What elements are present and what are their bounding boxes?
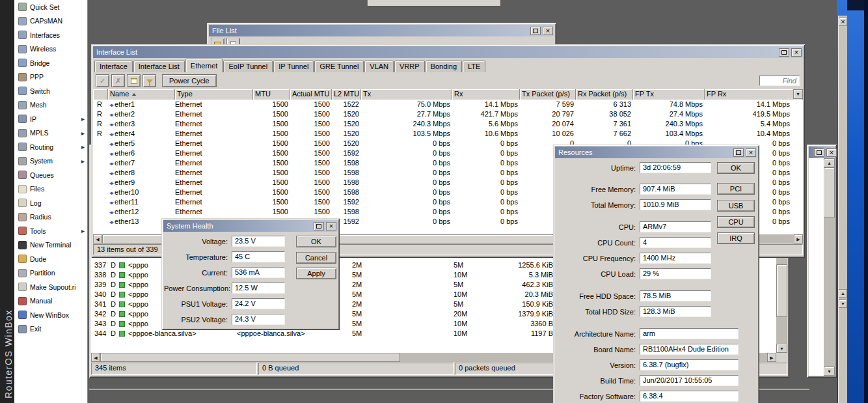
- close-button[interactable]: [326, 222, 336, 230]
- resources-field-value[interactable]: 907.4 MiB: [640, 184, 711, 195]
- tab[interactable]: VLAN: [364, 61, 394, 72]
- tab[interactable]: Interface: [94, 61, 133, 72]
- sidebar-item[interactable]: New WinBox: [14, 308, 87, 322]
- dialog-button[interactable]: OK: [296, 236, 336, 247]
- resources-titlebar[interactable]: Resources: [555, 146, 757, 158]
- column-selector-button[interactable]: [793, 89, 803, 99]
- scroll-left-button[interactable]: [93, 234, 102, 243]
- enable-button[interactable]: [96, 74, 109, 87]
- comment-button[interactable]: [127, 74, 141, 87]
- rollup-button[interactable]: [779, 48, 789, 57]
- sidebar-item[interactable]: Mesh: [14, 98, 87, 113]
- filter-button[interactable]: [142, 74, 156, 87]
- interface-row[interactable]: R ether1 Ethernet 1500 1500 1522 75.0 Mb…: [93, 100, 803, 109]
- resources-button[interactable]: IRQ: [717, 232, 755, 244]
- resources-field-value[interactable]: 6.38.7 (bugfix): [640, 359, 739, 370]
- sidebar-item[interactable]: CAPsMAN: [14, 14, 87, 29]
- sidebar-item[interactable]: Routing ▸: [14, 140, 87, 154]
- scroll-right-button[interactable]: [767, 353, 776, 362]
- scroll-thumb[interactable]: [776, 264, 787, 317]
- resources-field-value[interactable]: 128.3 MiB: [640, 306, 711, 317]
- sidebar-item[interactable]: Bridge: [14, 56, 87, 70]
- resources-field-value[interactable]: 3d 20:06:59: [640, 162, 711, 173]
- dialog-button[interactable]: Apply: [296, 268, 336, 279]
- tab[interactable]: Ethernet: [185, 59, 223, 72]
- sidebar-item[interactable]: Partition: [14, 266, 87, 281]
- resources-button[interactable]: OK: [717, 162, 755, 174]
- system-health-titlebar[interactable]: System Health: [163, 220, 338, 232]
- sidebar-item[interactable]: Radius: [14, 210, 87, 225]
- close-button[interactable]: [543, 27, 553, 35]
- file-list-titlebar[interactable]: File List: [209, 25, 554, 36]
- column-header[interactable]: L2 MTU: [332, 89, 361, 100]
- tab[interactable]: GRE Tunnel: [314, 61, 364, 72]
- dialog-button[interactable]: Cancel: [296, 252, 336, 264]
- tab[interactable]: Bonding: [426, 61, 462, 72]
- sidebar-item[interactable]: Dude: [14, 252, 87, 266]
- sidebar-item[interactable]: Quick Set: [14, 0, 87, 14]
- sidebar-item[interactable]: PPP: [14, 70, 87, 85]
- close-button[interactable]: [791, 48, 802, 57]
- rollup-button[interactable]: [530, 27, 541, 35]
- desktop-scroll-button-down[interactable]: [839, 299, 847, 308]
- sidebar-item[interactable]: Files: [14, 182, 87, 197]
- scroll-up-button[interactable]: [824, 158, 835, 167]
- health-field-value[interactable]: 24.2 V: [232, 298, 285, 309]
- sidebar-item[interactable]: MPLS ▸: [14, 126, 87, 141]
- resources-field-value[interactable]: 78.5 MiB: [640, 290, 711, 301]
- column-header[interactable]: Tx Packet (p/s): [520, 89, 576, 100]
- health-field-value[interactable]: 23.5 V: [232, 236, 285, 247]
- sidebar-item[interactable]: Interfaces: [14, 28, 87, 42]
- resources-button[interactable]: PCI: [717, 183, 755, 195]
- resources-button[interactable]: CPU: [717, 216, 755, 228]
- resources-field-value[interactable]: 4: [640, 237, 711, 248]
- sidebar-item[interactable]: Switch: [14, 84, 87, 98]
- column-header[interactable]: Tx: [361, 89, 452, 100]
- resources-field-value[interactable]: arm: [640, 328, 739, 339]
- resources-field-value[interactable]: 6.38.4: [640, 391, 739, 402]
- power-cycle-button[interactable]: Power Cycle: [162, 74, 217, 87]
- sidebar-item[interactable]: Make Supout.rif: [14, 280, 87, 294]
- interface-row[interactable]: R ether3 Ethernet 1500 1500 1520 240.3 M…: [93, 119, 803, 129]
- column-header[interactable]: [93, 89, 108, 100]
- column-header[interactable]: Name: [108, 89, 175, 100]
- tab[interactable]: EoIP Tunnel: [223, 61, 273, 72]
- interface-row[interactable]: R ether4 Ethernet 1500 1500 1520 103.5 M…: [93, 129, 803, 139]
- column-header[interactable]: FP Rx: [705, 89, 803, 100]
- sidebar-item[interactable]: Exit: [14, 322, 87, 337]
- find-input[interactable]: Find: [759, 76, 800, 86]
- sidebar-item[interactable]: Queues: [14, 168, 87, 182]
- resources-field-value[interactable]: RB1100AHx4 Dude Edition: [640, 344, 739, 355]
- desktop-scroll-button-up[interactable]: [839, 289, 847, 298]
- disable-button[interactable]: [111, 74, 125, 87]
- resources-field-value[interactable]: 29 %: [640, 268, 711, 279]
- scroll-down-button[interactable]: [824, 367, 835, 376]
- rollup-button[interactable]: [314, 222, 324, 230]
- scroll-thumb[interactable]: [100, 353, 400, 362]
- health-field-value[interactable]: 12.5 W: [232, 283, 285, 294]
- tab[interactable]: Interface List: [133, 61, 185, 72]
- close-button[interactable]: [826, 148, 837, 157]
- interface-row[interactable]: R ether2 Ethernet 1500 1500 1520 27.7 Mb…: [93, 109, 803, 119]
- health-field-value[interactable]: 45 C: [232, 251, 285, 262]
- scroll-down-button[interactable]: [776, 344, 787, 353]
- resources-field-value[interactable]: Jun/20/2017 10:55:05: [640, 375, 739, 386]
- column-header[interactable]: Rx Packet (p/s): [576, 89, 633, 100]
- rollup-button[interactable]: [733, 148, 744, 157]
- sidebar-item[interactable]: Manual: [14, 294, 87, 309]
- column-header[interactable]: MTU: [253, 89, 290, 100]
- close-button[interactable]: [746, 148, 756, 157]
- resources-field-value[interactable]: 1010.9 MiB: [640, 199, 711, 210]
- sidebar-item[interactable]: Tools ▸: [14, 224, 87, 238]
- health-field-value[interactable]: 24.3 V: [232, 314, 285, 325]
- resources-button[interactable]: USB: [717, 200, 755, 212]
- sidebar-item[interactable]: System ▸: [14, 154, 87, 169]
- desktop-close-button[interactable]: [839, 18, 847, 26]
- sidebar-item[interactable]: New Terminal: [14, 238, 87, 253]
- tab[interactable]: VRRP: [394, 61, 425, 72]
- rollup-button[interactable]: [814, 148, 824, 157]
- column-header[interactable]: Rx: [452, 89, 520, 100]
- resources-field-value[interactable]: ARMv7: [640, 221, 711, 232]
- interface-list-titlebar[interactable]: Interface List: [93, 46, 803, 58]
- scroll-thumb[interactable]: [824, 167, 835, 217]
